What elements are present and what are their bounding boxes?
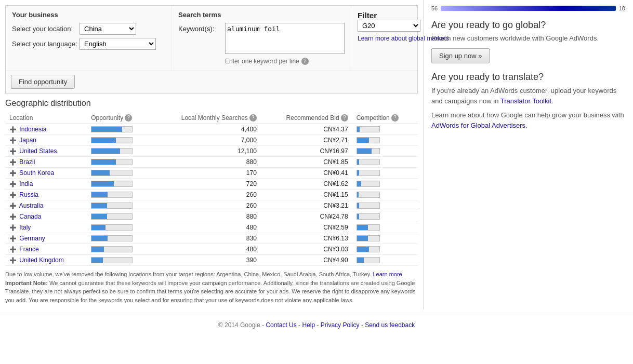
table-row: ➕ United Kingdom 390 CN¥4.90 [5, 255, 418, 266]
searches-cell: 12,100 [152, 146, 261, 157]
expand-icon[interactable]: ➕ [9, 192, 17, 198]
opportunity-empty [116, 138, 132, 143]
expand-icon[interactable]: ➕ [9, 148, 17, 154]
find-opportunity-button[interactable]: Find opportunity [11, 75, 75, 89]
keyword-textarea[interactable]: aluminum foil [225, 23, 345, 54]
opportunity-fill [91, 192, 108, 197]
competition-cell [352, 157, 418, 168]
table-row: ➕ Brazil 880 CN¥1.85 [5, 157, 418, 168]
country-link[interactable]: Japan [19, 137, 36, 144]
searches-cell: 4,400 [152, 124, 261, 135]
competition-bar [357, 137, 380, 143]
bid-cell: CN¥24.78 [261, 211, 352, 222]
opportunity-cell [87, 233, 152, 244]
local-monthly-help-icon[interactable]: ? [249, 114, 257, 122]
competition-bar [357, 126, 380, 132]
competition-bar [357, 213, 380, 220]
country-link[interactable]: Indonesia [19, 126, 46, 133]
footnote-learn-more-link[interactable]: Learn more [373, 271, 402, 277]
country-link[interactable]: Canada [19, 213, 41, 220]
expand-icon[interactable]: ➕ [9, 235, 17, 241]
country-link[interactable]: India [19, 180, 33, 187]
competition-empty [359, 214, 379, 219]
translator-toolkit-link[interactable]: Translator Toolkit [500, 97, 551, 105]
recommended-bid-help-icon[interactable]: ? [341, 114, 348, 122]
expand-icon[interactable]: ➕ [9, 181, 17, 187]
search-form: Your business Select your location: Chin… [5, 5, 418, 93]
expand-icon[interactable]: ➕ [9, 213, 17, 220]
opportunity-empty [120, 149, 132, 154]
bid-cell: CN¥0.41 [261, 168, 352, 179]
bid-cell: CN¥4.90 [261, 255, 352, 266]
filter-select[interactable]: G20 All countries Americas [358, 20, 420, 32]
expand-icon[interactable]: ➕ [9, 203, 17, 209]
expand-icon[interactable]: ➕ [9, 159, 17, 165]
competition-empty [368, 236, 379, 241]
searches-cell: 720 [152, 179, 261, 190]
competition-empty [364, 258, 379, 263]
footer-feedback-link[interactable]: Send us feedback [365, 321, 415, 329]
language-select[interactable]: English Chinese (Simplified) [80, 38, 156, 50]
opportunity-empty [104, 247, 133, 252]
opportunity-cell [87, 168, 152, 179]
col-opportunity: Opportunity ? [87, 112, 152, 124]
country-cell: ➕ France [5, 244, 87, 255]
footer-help-link[interactable]: Help [302, 321, 315, 329]
signup-button[interactable]: Sign up now » [431, 48, 490, 63]
expand-icon[interactable]: ➕ [9, 126, 17, 132]
competition-empty [372, 149, 379, 154]
country-link[interactable]: Australia [19, 202, 44, 209]
competition-help-icon[interactable]: ? [391, 114, 399, 122]
footer-contact-link[interactable]: Contact Us [266, 321, 296, 329]
competition-cell [352, 124, 418, 135]
opportunity-fill [91, 225, 106, 230]
competition-cell [352, 135, 418, 146]
location-select[interactable]: China United States Japan [80, 23, 136, 35]
bid-cell: CN¥16.97 [261, 146, 352, 157]
adwords-global-link[interactable]: AdWords for Global Advertisers [431, 122, 525, 129]
country-link[interactable]: France [19, 246, 38, 253]
opportunity-cell [87, 135, 152, 146]
country-link[interactable]: Russia [19, 191, 38, 198]
translate-title: Are you ready to translate? [431, 72, 625, 83]
bid-cell: CN¥1.85 [261, 157, 352, 168]
competition-fill [357, 149, 372, 154]
expand-icon[interactable]: ➕ [9, 257, 17, 263]
expand-icon[interactable]: ➕ [9, 224, 17, 231]
country-link[interactable]: Brazil [19, 158, 35, 166]
range-track [441, 6, 616, 11]
country-link[interactable]: United Kingdom [19, 257, 63, 264]
country-link[interactable]: Italy [19, 224, 31, 231]
opportunity-fill [91, 170, 110, 176]
country-cell: ➕ Australia [5, 200, 87, 211]
country-cell: ➕ South Korea [5, 168, 87, 179]
your-business-col: Your business Select your location: Chin… [6, 6, 172, 70]
expand-icon[interactable]: ➕ [9, 246, 17, 252]
footer-privacy-link[interactable]: Privacy Policy [321, 321, 360, 329]
table-row: ➕ France 480 CN¥3.03 [5, 244, 418, 255]
competition-empty [359, 192, 379, 197]
location-label: Select your location: [12, 25, 80, 33]
table-row: ➕ Indonesia 4,400 CN¥4.37 [5, 124, 418, 135]
country-link[interactable]: South Korea [19, 169, 54, 177]
expand-icon[interactable]: ➕ [9, 137, 17, 143]
country-link[interactable]: United States [19, 147, 57, 155]
opportunity-bar [91, 170, 133, 176]
opportunity-fill [91, 159, 116, 165]
competition-cell [352, 200, 418, 211]
competition-fill [357, 138, 370, 143]
competition-cell [352, 146, 418, 157]
your-business-label: Your business [12, 11, 165, 19]
opportunity-fill [91, 214, 107, 219]
competition-empty [359, 159, 379, 165]
table-row: ➕ South Korea 170 CN¥0.41 [5, 168, 418, 179]
keyword-help-icon[interactable]: ? [301, 58, 309, 65]
expand-icon[interactable]: ➕ [9, 170, 17, 176]
opportunity-empty [107, 214, 132, 219]
competition-cell [352, 190, 418, 200]
opportunity-help-icon[interactable]: ? [125, 114, 132, 122]
searches-cell: 880 [152, 157, 261, 168]
country-link[interactable]: Germany [19, 235, 45, 242]
table-row: ➕ Russia 260 CN¥1.15 [5, 190, 418, 200]
range-max: 10 [619, 5, 625, 11]
